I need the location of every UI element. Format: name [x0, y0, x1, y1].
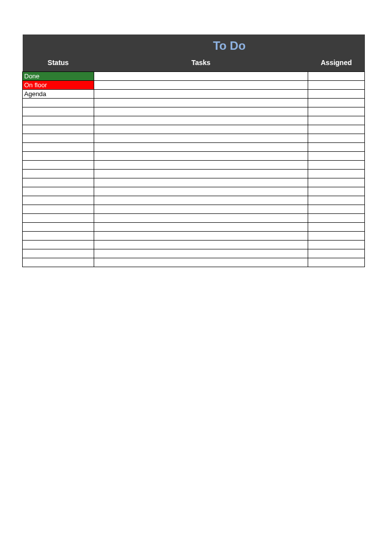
- cell-status[interactable]: [23, 214, 94, 223]
- cell-status[interactable]: Done: [23, 72, 94, 81]
- cell-status[interactable]: [23, 258, 94, 267]
- cell-tasks[interactable]: [94, 223, 308, 232]
- title-row: To Do: [23, 35, 365, 54]
- cell-assigned[interactable]: [308, 205, 364, 214]
- cell-status[interactable]: [23, 116, 94, 125]
- cell-tasks[interactable]: [94, 178, 308, 187]
- column-header-row: Status Tasks Assigned: [23, 54, 365, 72]
- cell-tasks[interactable]: [94, 125, 308, 134]
- cell-status[interactable]: [23, 99, 94, 107]
- cell-status[interactable]: [23, 143, 94, 152]
- cell-tasks[interactable]: [94, 205, 308, 214]
- cell-status[interactable]: [23, 232, 94, 241]
- cell-tasks[interactable]: [94, 116, 308, 125]
- cell-assigned[interactable]: [308, 258, 364, 267]
- cell-assigned[interactable]: [308, 72, 364, 81]
- table-row: [23, 134, 365, 143]
- cell-status[interactable]: [23, 205, 94, 214]
- cell-status[interactable]: [23, 241, 94, 249]
- table-row: [23, 107, 365, 116]
- cell-assigned[interactable]: [308, 152, 364, 161]
- cell-tasks[interactable]: [94, 214, 308, 223]
- cell-tasks[interactable]: [94, 249, 308, 258]
- cell-status[interactable]: [23, 125, 94, 134]
- cell-assigned[interactable]: [308, 81, 364, 90]
- table-row: [23, 178, 365, 187]
- table-row: [23, 205, 365, 214]
- cell-status[interactable]: [23, 223, 94, 232]
- table-row: [23, 258, 365, 267]
- cell-status[interactable]: [23, 178, 94, 187]
- column-header-status[interactable]: Status: [23, 54, 94, 72]
- cell-tasks[interactable]: [94, 72, 308, 81]
- cell-status[interactable]: [23, 134, 94, 143]
- cell-tasks[interactable]: [94, 187, 308, 196]
- table-row: [23, 249, 365, 258]
- cell-tasks[interactable]: [94, 258, 308, 267]
- table-row: [23, 125, 365, 134]
- cell-tasks[interactable]: [94, 143, 308, 152]
- cell-status[interactable]: Agenda: [23, 90, 94, 99]
- cell-assigned[interactable]: [308, 99, 364, 107]
- column-header-assigned[interactable]: Assigned: [308, 54, 364, 72]
- cell-assigned[interactable]: [308, 143, 364, 152]
- cell-tasks[interactable]: [94, 81, 308, 90]
- cell-tasks[interactable]: [94, 161, 308, 170]
- cell-tasks[interactable]: [94, 107, 308, 116]
- table-row: [23, 116, 365, 125]
- column-header-tasks[interactable]: Tasks: [94, 54, 308, 72]
- cell-assigned[interactable]: [308, 249, 364, 258]
- title-spacer: [23, 35, 94, 54]
- table-row: Done: [23, 72, 365, 81]
- cell-assigned[interactable]: [308, 107, 364, 116]
- cell-assigned[interactable]: [308, 161, 364, 170]
- spreadsheet-page: To Do Status Tasks Assigned DoneOn floor…: [0, 0, 392, 554]
- table-row: [23, 232, 365, 241]
- table-row: [23, 99, 365, 107]
- cell-tasks[interactable]: [94, 90, 308, 99]
- page-title: To Do: [94, 35, 365, 54]
- table-row: On floor: [23, 81, 365, 90]
- cell-status[interactable]: [23, 187, 94, 196]
- cell-assigned[interactable]: [308, 232, 364, 241]
- cell-tasks[interactable]: [94, 99, 308, 107]
- table-row: [23, 161, 365, 170]
- cell-tasks[interactable]: [94, 241, 308, 249]
- cell-tasks[interactable]: [94, 134, 308, 143]
- table-row: [23, 143, 365, 152]
- cell-tasks[interactable]: [94, 170, 308, 178]
- cell-status[interactable]: [23, 161, 94, 170]
- cell-status[interactable]: On floor: [23, 81, 94, 90]
- cell-assigned[interactable]: [308, 134, 364, 143]
- cell-status[interactable]: [23, 249, 94, 258]
- cell-assigned[interactable]: [308, 178, 364, 187]
- table-row: [23, 187, 365, 196]
- cell-status[interactable]: [23, 170, 94, 178]
- table-row: [23, 170, 365, 178]
- cell-tasks[interactable]: [94, 152, 308, 161]
- cell-assigned[interactable]: [308, 187, 364, 196]
- table-row: Agenda: [23, 90, 365, 99]
- cell-status[interactable]: [23, 196, 94, 205]
- table-row: [23, 223, 365, 232]
- cell-assigned[interactable]: [308, 116, 364, 125]
- cell-assigned[interactable]: [308, 170, 364, 178]
- cell-tasks[interactable]: [94, 232, 308, 241]
- todo-table: To Do Status Tasks Assigned DoneOn floor…: [22, 35, 365, 267]
- cell-assigned[interactable]: [308, 223, 364, 232]
- table-row: [23, 152, 365, 161]
- table-row: [23, 241, 365, 249]
- cell-assigned[interactable]: [308, 196, 364, 205]
- cell-assigned[interactable]: [308, 125, 364, 134]
- table-row: [23, 214, 365, 223]
- table-row: [23, 196, 365, 205]
- cell-assigned[interactable]: [308, 241, 364, 249]
- cell-status[interactable]: [23, 107, 94, 116]
- cell-assigned[interactable]: [308, 90, 364, 99]
- cell-assigned[interactable]: [308, 214, 364, 223]
- cell-tasks[interactable]: [94, 196, 308, 205]
- cell-status[interactable]: [23, 152, 94, 161]
